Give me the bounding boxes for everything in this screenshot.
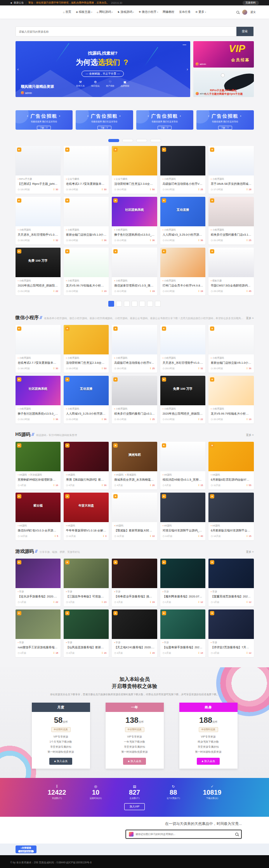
resource-category[interactable]: 小程序源码 bbox=[114, 279, 127, 283]
ad-button[interactable]: 了解一下 bbox=[158, 126, 172, 130]
ripro-theme-banner[interactable]: RiPro子主题,RiPro美化 小八子主题全网最牛派ripro子主题 admi… bbox=[193, 71, 254, 97]
resource-card[interactable]: 小程序源码 活动营销掌门生意宝2.3.6全开源去… 16小时前 50 bbox=[64, 325, 109, 373]
resource-title[interactable]: 完整蚂蚁种植区块链理财游戏源码/… bbox=[18, 478, 58, 482]
resource-title[interactable]: 精美多行业预约服务门店v3.1.5小… bbox=[114, 412, 154, 416]
resource-title[interactable]: 对接云端付资源附平台源码_仿去额… bbox=[163, 529, 203, 533]
resource-title[interactable]: 基于JAVA SE开发的微信商城小程… bbox=[211, 182, 251, 186]
resource-title[interactable]: 最新全能门店独立版V5.1.0小程序… bbox=[66, 233, 106, 237]
resource-title[interactable]: 【预览版】最新双新版大转盘/预生… bbox=[114, 529, 154, 533]
resource-card[interactable]: H5源码 6月最新版云端付资源附平台源码… 14天前 15 bbox=[208, 493, 253, 540]
resource-title[interactable]: 天天进水_水站管理助手V1.0.7小程… bbox=[18, 233, 58, 237]
resource-title[interactable]: 精美多行业预约服务门店v3.1.5小… bbox=[211, 233, 251, 237]
nav-item[interactable]: ♞ 游戏源码 ▾ bbox=[117, 10, 134, 14]
resource-category[interactable]: H5源码 bbox=[211, 473, 220, 477]
ad-button[interactable]: 了解一下 bbox=[37, 126, 51, 130]
resource-category[interactable]: 小程序源码 bbox=[114, 407, 127, 411]
page-button[interactable] bbox=[147, 301, 153, 307]
resource-category[interactable]: 小程序源码 bbox=[163, 279, 176, 283]
resource-category[interactable]: 小程序源码 bbox=[163, 356, 176, 360]
resource-title[interactable]: 【逆水决手游服务端】2020.07最… bbox=[18, 595, 58, 599]
resource-category[interactable]: H5源码 bbox=[114, 524, 123, 528]
resource-title[interactable]: 龙兵V5.99.79智能名片小程序修复… bbox=[211, 412, 251, 416]
resource-card[interactable]: 社区团购系统 小程序源码 狮子鱼社区团购系统v13.5.0_小程… 21小时前 … bbox=[16, 376, 61, 424]
resource-card[interactable]: 互动直播 小程序源码 人人商城V3_3.25.0小程序源码_企… 21小时前 3… bbox=[160, 197, 205, 245]
search-icon[interactable] bbox=[235, 833, 238, 836]
page-button[interactable] bbox=[116, 301, 122, 307]
page-button[interactable] bbox=[108, 301, 114, 307]
resource-category[interactable]: 区块链源码 bbox=[29, 473, 42, 477]
resource-category[interactable]: H5源码 bbox=[114, 473, 123, 477]
resource-title[interactable]: 微城系统全开源_京东购物返利平台… bbox=[114, 478, 154, 482]
more-link[interactable]: 更多 » bbox=[246, 316, 254, 320]
resource-category[interactable]: 小程序源码 bbox=[66, 228, 79, 232]
resource-card[interactable]: 手游 【逆水决手游服务端】2020.07最… 1天前 22 bbox=[16, 559, 61, 606]
resource-category[interactable]: 手游 bbox=[66, 641, 72, 644]
resource-category[interactable]: 小程序源码 bbox=[18, 228, 31, 232]
username[interactable]: 波女 bbox=[250, 10, 256, 14]
resource-category[interactable]: 小程序源码 bbox=[211, 177, 224, 181]
resource-card[interactable]: 小程序源码 最新全能门店独立版V5.1.0小程序… 20小时前 36 bbox=[208, 325, 253, 373]
resource-category[interactable]: 小程序源码 bbox=[18, 356, 31, 360]
resource-card[interactable]: 紫云福 H5源码 微信扫码红包V3.0.3-全开源解密版… 12天前 5 bbox=[16, 493, 61, 540]
nav-item[interactable]: ❖ 微信小程序 ▾ bbox=[139, 10, 158, 14]
join-member-button[interactable]: 加入会员 bbox=[49, 758, 72, 765]
resource-card[interactable]: H5源码 【预览版】最新双新版大转盘/预生… 12天前 10 bbox=[112, 493, 157, 540]
resource-card[interactable]: 手游 【盟重英雄页游服务端】2020.07首… 1天前 12 bbox=[208, 559, 253, 606]
resource-title[interactable]: 在线考试2.7.7安装更新版丰富的题型 bbox=[66, 182, 106, 186]
resource-card[interactable]: 手游 【魔剑网单服务端】2020.07最新… 1天前 12 bbox=[160, 559, 205, 606]
resource-title[interactable]: 狮子鱼社区团购系统v13.5.0_小程… bbox=[114, 233, 154, 237]
resource-card[interactable]: 小程序源码 在线考试2.7.7安装更新版丰富的题型 16小时前 30 bbox=[16, 325, 61, 373]
resource-category[interactable]: 小程序源码 bbox=[211, 356, 224, 360]
resource-card[interactable]: 澳洲海肥 H5源码 商城源码 微城系统全开源_京东购物返利平台… 4天前 26 bbox=[112, 442, 157, 490]
carousel-prev-button[interactable]: ‹ bbox=[17, 67, 19, 71]
resource-card[interactable]: 小程序源码 高级版叮咚活动报名小程序V5-2.8+… 16小时前 25 bbox=[160, 146, 205, 194]
resource-title[interactable]: 【盟重英雄页游服务端】2020.07首… bbox=[211, 595, 251, 599]
resource-title[interactable]: 2020年抢占陪驾经济_撩妹陪聊需… bbox=[163, 412, 203, 416]
resource-filter-tab[interactable] bbox=[150, 139, 161, 142]
resource-title[interactable]: rust腐蚀手工架设游戏服务端可局… bbox=[18, 646, 58, 649]
nav-item[interactable]: ◈ 模板主题 ▾ bbox=[76, 10, 92, 14]
resource-card[interactable]: 手游 rust腐蚀手工架设游戏服务端可局… 2天前 18 bbox=[16, 609, 61, 657]
resource-category[interactable]: 小程序源码 bbox=[163, 177, 176, 181]
resource-title[interactable]: 6月最新版云端付资源附平台源码… bbox=[211, 529, 251, 533]
friend-links-badge[interactable]: +友情链接 自助申请友链 bbox=[16, 845, 36, 853]
resource-card[interactable]: 互动直播 小程序源码 人人商城V3_3.25.0小程序源码_企… 21小时前 3… bbox=[64, 376, 109, 424]
resource-title[interactable]: 亲测【第四版打狗源码】最新运营… bbox=[66, 478, 106, 482]
resource-card[interactable]: 小程序源码 天天进水_水站管理助手V1.0.7小程… 20小时前 32 bbox=[16, 197, 61, 245]
resource-title[interactable]: 人人商城V3_3.25.0小程序源码_企… bbox=[66, 412, 106, 416]
resource-title[interactable]: 微信派单管理系统V1.0.5_微信群发… bbox=[114, 284, 154, 288]
resource-card[interactable]: 手游 【仙凤逍遥游服务端】最新网页游… 2天前 16 bbox=[64, 609, 109, 657]
page-button[interactable] bbox=[155, 301, 161, 307]
resource-card[interactable]: H5源码 模拟消息h5短信v3.1.5_完整板应用 9天前 15 bbox=[160, 442, 205, 490]
resource-title[interactable]: 2020年抢占陪驾经济_撩妹陪聊需… bbox=[18, 284, 58, 288]
resource-card[interactable]: H5源码 亲测【第四版打狗源码】最新运营… 4天前 36 bbox=[64, 442, 109, 490]
nav-item[interactable]: ℮ 网站源码 ▾ bbox=[97, 10, 113, 14]
resource-title[interactable]: 【三国战争传奇版】可接放密攻与… bbox=[66, 595, 106, 599]
resource-card[interactable]: 手游 【弹弹堂2页游服务端】7月最放手工… 2天前 12 bbox=[208, 609, 253, 657]
resource-card[interactable]: 小程序源码 精美多行业预约服务门店v3.1.5小… 21小时前 25 bbox=[112, 376, 157, 424]
resource-card[interactable]: 小程序源码 精美多行业预约服务门店v3.1.5小… 21小时前 25 bbox=[208, 197, 253, 245]
resource-category[interactable]: 手游 bbox=[163, 641, 169, 644]
resource-title[interactable]: 【已测试】Ripro子主题_jizhi-child… bbox=[18, 182, 58, 186]
social-icon[interactable] bbox=[254, 860, 259, 865]
resource-card[interactable]: 免费 100 万字 小程序源码 2020年抢占陪驾经济_撩妹陪聊需… 21小时前… bbox=[16, 248, 61, 295]
resource-title[interactable]: 龙兵V5.99.79智能名片小程序修复… bbox=[66, 284, 106, 288]
resource-category[interactable]: 手游 bbox=[114, 590, 120, 594]
ad-banner[interactable]: 广告位招租有眼你就来 我们在这里等你了解一下 bbox=[16, 110, 73, 130]
carousel-next-button[interactable]: › bbox=[187, 67, 188, 71]
resource-category[interactable]: 小程序源码 bbox=[211, 407, 224, 411]
resource-card[interactable]: 小程序源码 基于JAVA SE开发的微信商城小程… 17小时前 28 bbox=[208, 146, 253, 194]
nav-item[interactable]: ⌂ 首页 bbox=[63, 10, 71, 14]
resource-card[interactable]: 小程序源码 叮咚门店会员卡小程序V4.9.8完整… 22小时前 19 bbox=[160, 248, 205, 295]
resource-category[interactable]: H5源码 bbox=[66, 524, 75, 528]
resource-category[interactable]: H5源码 bbox=[211, 524, 220, 528]
join-member-button[interactable]: 加入会员 bbox=[197, 758, 220, 765]
resource-category[interactable]: 小程序源码 bbox=[163, 228, 176, 232]
resource-title[interactable]: 天天进水_水站管理助手V1.0.7小程… bbox=[163, 361, 203, 365]
user-avatar[interactable] bbox=[242, 10, 247, 15]
nav-item[interactable]: 网赚教程 bbox=[163, 10, 174, 14]
resource-category[interactable]: 手游 bbox=[211, 641, 217, 644]
join-vip-button[interactable]: 加入VIP bbox=[124, 803, 145, 810]
resource-title[interactable]: 人人商城V3_3.25.0小程序源码_企… bbox=[163, 233, 203, 237]
resource-category[interactable]: 小程序源码 bbox=[114, 228, 127, 232]
